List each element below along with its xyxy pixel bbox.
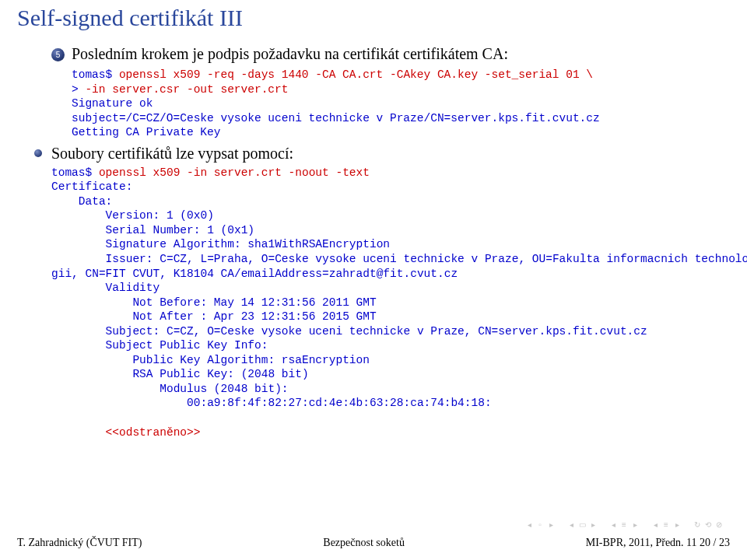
out: Subject: C=CZ, O=Ceske vysoke uceni tech… bbox=[51, 325, 647, 338]
out: Modulus (2048 bit): bbox=[51, 383, 289, 395]
bullet-icon bbox=[34, 149, 42, 157]
nav-right-icon: ▸ bbox=[630, 520, 640, 529]
step-5: 5 Posledním krokem je podpis požadavku n… bbox=[51, 45, 730, 63]
prompt: tomas$ bbox=[51, 166, 99, 179]
prompt: tomas$ bbox=[72, 68, 119, 81]
out: Getting CA Private Key bbox=[72, 126, 220, 138]
footer-title: Bezpečnost soketů bbox=[323, 537, 405, 549]
out: gii, CN=FIT CVUT, K18104 CA/emailAddress… bbox=[51, 268, 458, 280]
cmd: openssl x509 -req -days 1440 -CA CA.crt … bbox=[119, 68, 593, 81]
slide-title: Self-signed certifikát III bbox=[17, 5, 730, 31]
nav-section-group[interactable]: ◂ ▭ ▸ bbox=[566, 520, 598, 529]
nav-box-icon: ▫ bbox=[535, 520, 545, 529]
nav-search-icon: ⟲ bbox=[703, 520, 713, 529]
bullet-item: Soubory certifikátů lze vypsat pomocí: bbox=[34, 145, 730, 163]
out: Data: bbox=[51, 195, 112, 208]
out: 00:a9:8f:4f:82:27:cd:4e:4b:63:28:ca:74:b… bbox=[51, 397, 492, 409]
footer: T. Zahradnický (ČVUT FIT) Bezpečnost sok… bbox=[17, 537, 730, 549]
nav-slide-group[interactable]: ◂ ≡ ▸ bbox=[651, 520, 682, 529]
terminal-block-1: tomas$ openssl x509 -req -days 1440 -CA … bbox=[72, 68, 730, 140]
nav-prev-icon: ◂ bbox=[566, 520, 576, 529]
out: Certificate: bbox=[51, 180, 132, 193]
prompt: > bbox=[72, 83, 85, 96]
nav-left-icon: ◂ bbox=[608, 520, 618, 529]
out: Not After : Apr 23 12:31:56 2015 GMT bbox=[51, 310, 377, 323]
out: subject=/C=CZ/O=Ceske vysoke uceni techn… bbox=[72, 112, 600, 124]
step-number-badge: 5 bbox=[51, 48, 65, 61]
bullet-text: Soubory certifikátů lze vypsat pomocí: bbox=[51, 145, 730, 163]
removed-marker: <<odstraněno>> bbox=[51, 426, 200, 439]
nav-l2-icon: ◂ bbox=[651, 520, 660, 529]
footer-author: T. Zahradnický (ČVUT FIT) bbox=[17, 537, 142, 549]
out: Validity bbox=[51, 282, 160, 294]
nav-next-icon: ▸ bbox=[546, 520, 556, 529]
footer-pager: MI-BPR, 2011, Předn. 11 20 / 23 bbox=[586, 537, 730, 549]
nav-undo-group[interactable]: ↻ ⟲ ⊘ bbox=[693, 520, 724, 529]
cmd: -in server.csr -out server.crt bbox=[85, 83, 288, 96]
nav-first-icon: ◂ bbox=[524, 520, 534, 529]
out: Signature Algorithm: sha1WithRSAEncrypti… bbox=[51, 238, 390, 250]
out: Issuer: C=CZ, L=Praha, O=Ceske vysoke uc… bbox=[51, 253, 747, 265]
nav-r2-icon: ▸ bbox=[672, 520, 682, 529]
out: Version: 1 (0x0) bbox=[51, 209, 214, 222]
nav-sub-group[interactable]: ◂ ≡ ▸ bbox=[608, 520, 640, 529]
nav-frame-icon: ▭ bbox=[577, 520, 587, 529]
slide-content: 5 Posledním krokem je podpis požadavku n… bbox=[17, 45, 730, 439]
nav-q-icon: ⊘ bbox=[714, 520, 724, 529]
out: Not Before: May 14 12:31:56 2011 GMT bbox=[51, 296, 377, 309]
out: Signature ok bbox=[72, 97, 153, 110]
cmd: openssl x509 -in server.crt -noout -text bbox=[99, 166, 370, 179]
step-text: Posledním krokem je podpis požadavku na … bbox=[72, 45, 730, 63]
slide: Self-signed certifikát III 5 Posledním k… bbox=[0, 0, 747, 560]
nav-undo-icon: ↻ bbox=[693, 520, 702, 529]
out: Serial Number: 1 (0x1) bbox=[51, 224, 254, 236]
nav-first-group[interactable]: ◂ ▫ ▸ bbox=[524, 520, 556, 529]
nav-lines2-icon: ≡ bbox=[661, 520, 671, 529]
out: RSA Public Key: (2048 bit) bbox=[51, 368, 309, 380]
terminal-block-2: tomas$ openssl x509 -in server.crt -noou… bbox=[51, 166, 730, 439]
out: Subject Public Key Info: bbox=[51, 339, 268, 352]
nav-fwd-icon: ▸ bbox=[588, 520, 598, 529]
out: Public Key Algorithm: rsaEncryption bbox=[51, 354, 370, 366]
nav-icons: ◂ ▫ ▸ ◂ ▭ ▸ ◂ ≡ ▸ ◂ ≡ ▸ ↻ ⟲ ⊘ bbox=[524, 520, 724, 529]
nav-lines-icon: ≡ bbox=[619, 520, 629, 529]
